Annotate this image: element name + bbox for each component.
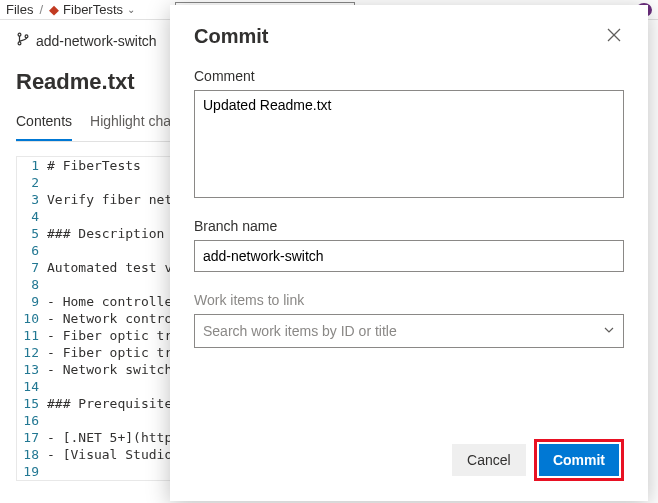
chevron-down-icon [603,323,615,339]
line-number: 6 [17,242,47,259]
line-number: 15 [17,395,47,412]
commit-button[interactable]: Commit [539,444,619,476]
cancel-button[interactable]: Cancel [452,444,526,476]
svg-point-1 [18,42,21,45]
line-text: - [Visual Studio [47,446,180,463]
breadcrumb-project[interactable]: FiberTests [63,2,123,17]
commit-dialog: Commit Comment Branch name Work items to… [170,5,648,501]
line-number: 14 [17,378,47,395]
line-number: 9 [17,293,47,310]
line-text: Verify fiber netw [47,191,180,208]
line-text: - Network switche [47,361,180,378]
line-text: ### Prerequisites [47,395,180,412]
work-items-placeholder: Search work items by ID or title [203,323,397,339]
line-text: # FiberTests [47,157,141,174]
line-number: 3 [17,191,47,208]
tab-highlight[interactable]: Highlight cha [90,113,171,141]
line-number: 4 [17,208,47,225]
commit-highlight: Commit [534,439,624,481]
branch-icon [16,32,30,49]
svg-point-2 [25,35,28,38]
line-text: - Home controller [47,293,180,310]
line-number: 5 [17,225,47,242]
branch-label: Branch name [194,218,624,234]
work-items-label: Work items to link [194,292,624,308]
comment-label: Comment [194,68,624,84]
branch-name[interactable]: add-network-switch [36,33,157,49]
dialog-title: Commit [194,25,268,48]
line-number: 11 [17,327,47,344]
line-number: 19 [17,463,47,480]
line-number: 10 [17,310,47,327]
line-number: 12 [17,344,47,361]
line-text: Automated test va [47,259,180,276]
line-number: 8 [17,276,47,293]
line-number: 1 [17,157,47,174]
breadcrumb-files[interactable]: Files [6,2,33,17]
line-text: - Network control [47,310,180,327]
close-icon[interactable] [604,25,624,45]
line-text: - Fiber optic tra [47,327,180,344]
svg-point-0 [18,33,21,36]
line-number: 7 [17,259,47,276]
line-number: 17 [17,429,47,446]
chevron-down-icon[interactable]: ⌄ [127,4,135,15]
line-number: 16 [17,412,47,429]
project-icon: ◆ [49,2,59,17]
breadcrumb-separator: / [39,2,43,17]
line-number: 18 [17,446,47,463]
line-text: ### Description [47,225,164,242]
line-text: - Fiber optic tra [47,344,180,361]
comment-input[interactable] [194,90,624,198]
line-text: - [.NET 5+](https [47,429,180,446]
work-items-combo[interactable]: Search work items by ID or title [194,314,624,348]
branch-input[interactable] [194,240,624,272]
line-number: 13 [17,361,47,378]
line-number: 2 [17,174,47,191]
tab-contents[interactable]: Contents [16,113,72,141]
